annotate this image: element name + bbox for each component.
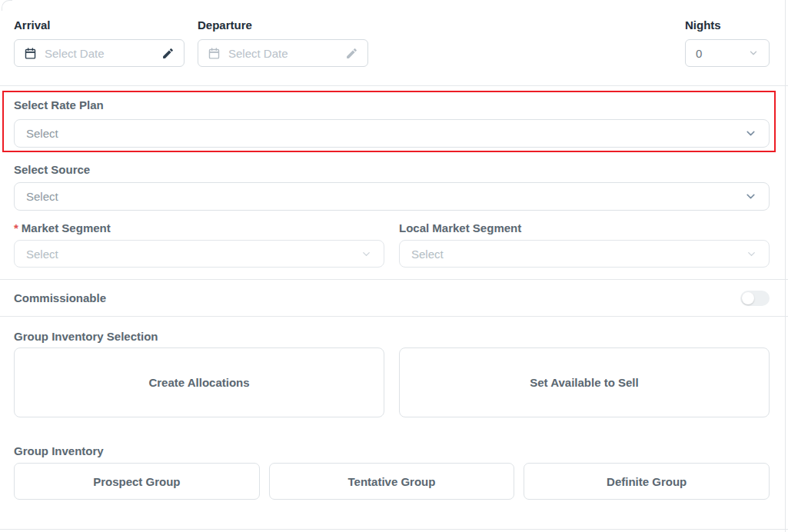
chevron-down-icon [361,248,372,260]
definite-group-button[interactable]: Definite Group [524,463,770,500]
rate-plan-select[interactable]: Select [14,119,770,148]
arrival-field: Arrival Select Date [14,18,185,67]
local-market-segment-select[interactable]: Select [399,240,770,268]
market-segment-row: *Market Segment Select Local Market Segm… [14,221,770,268]
dates-row: Arrival Select Date [14,18,770,67]
chevron-down-icon [744,190,757,203]
tentative-group-button[interactable]: Tentative Group [269,463,515,500]
source-placeholder: Select [26,190,58,203]
required-marker: * [14,221,18,234]
rate-plan-placeholder: Select [26,127,58,140]
panel-bottom-border [0,529,788,530]
calendar-icon [208,47,221,60]
nights-label: Nights [685,18,770,32]
divider [0,85,788,86]
rate-plan-highlight-outline: Select Rate Plan Select [2,91,776,152]
set-available-to-sell-button[interactable]: Set Available to Sell [399,347,770,417]
local-market-segment-field: Local Market Segment Select [399,221,770,268]
prospect-group-button[interactable]: Prospect Group [14,463,260,500]
source-section: Select Source Select [14,163,770,211]
group-inventory-label: Group Inventory [14,444,770,458]
arrival-date-input[interactable]: Select Date [14,39,185,67]
chevron-down-icon [746,248,757,260]
rate-plan-label: Select Rate Plan [14,98,770,112]
source-label: Select Source [14,163,770,177]
arrival-date-placeholder: Select Date [45,47,161,60]
departure-date-input[interactable]: Select Date [198,39,368,67]
create-allocations-button[interactable]: Create Allocations [14,347,384,417]
departure-date-placeholder: Select Date [228,47,345,60]
nights-field: Nights 0 [685,18,770,67]
group-inventory-row: Prospect Group Tentative Group Definite … [14,463,770,500]
calendar-icon [24,47,37,60]
pencil-edit-icon[interactable] [345,47,358,60]
commissionable-row: Commissionable [14,280,770,316]
commissionable-toggle[interactable] [740,291,770,306]
departure-field: Departure Select Date [198,18,368,67]
group-inventory-selection-row: Create Allocations Set Available to Sell [14,347,770,417]
group-booking-form-panel: Arrival Select Date [0,0,788,532]
market-segment-label: *Market Segment [14,221,384,235]
panel-right-border [785,0,786,532]
chevron-down-icon [748,48,759,58]
panel-corner [2,0,12,11]
local-market-segment-label: Local Market Segment [399,221,770,235]
market-segment-label-text: Market Segment [22,221,111,234]
nights-value: 0 [696,47,702,60]
market-segment-field: *Market Segment Select [14,221,384,268]
market-segment-placeholder: Select [26,248,58,261]
nights-select[interactable]: 0 [685,39,770,67]
pencil-edit-icon[interactable] [161,47,175,60]
chevron-down-icon [744,127,757,140]
toggle-knob [742,292,754,304]
divider [0,316,788,317]
arrival-label: Arrival [14,18,185,32]
source-select[interactable]: Select [14,182,770,211]
commissionable-label: Commissionable [14,291,106,305]
group-inventory-selection-label: Group Inventory Selection [14,330,770,344]
local-market-segment-placeholder: Select [411,248,444,261]
departure-label: Departure [198,18,368,32]
market-segment-select[interactable]: Select [14,240,384,268]
